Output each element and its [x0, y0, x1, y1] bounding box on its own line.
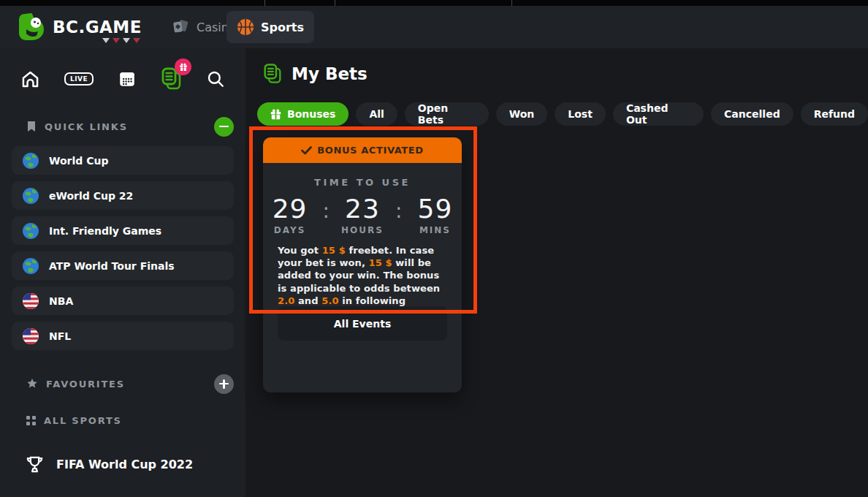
top-navbar: BC.GAME Casino	[0, 6, 868, 48]
quick-link-world-cup[interactable]: World Cup	[12, 146, 234, 175]
hours-value: 23	[341, 195, 384, 223]
calendar-icon[interactable]	[118, 69, 137, 88]
grid-icon	[26, 416, 36, 425]
quick-link-atp-world-tour-finals[interactable]: ATP World Tour Finals	[12, 251, 234, 280]
quick-link-label: Int. Friendly Games	[49, 225, 161, 237]
filter-label: Refund	[814, 108, 855, 120]
time-to-use-label: TIME TO USE	[263, 177, 462, 188]
globe-icon	[22, 187, 39, 205]
filter-lost[interactable]: Lost	[555, 102, 606, 126]
bunting-decoration	[102, 38, 140, 43]
hours-label: HOURS	[341, 225, 384, 235]
gift-icon	[270, 109, 281, 120]
mins-value: 59	[414, 195, 456, 223]
live-badge-label: LIVE	[64, 72, 94, 86]
filter-label: Lost	[568, 108, 593, 120]
all-events-button[interactable]: All Events	[278, 306, 447, 341]
trophy-icon	[25, 455, 45, 474]
brand-logo-icon	[16, 12, 47, 42]
main-content: My Bets Bonuses All Open Bets Won Lost C…	[245, 48, 868, 497]
countdown-hours: 23 HOURS	[341, 195, 384, 235]
all-sports-label: ALL SPORTS	[44, 415, 122, 426]
home-icon[interactable]	[20, 69, 40, 89]
filter-all[interactable]: All	[356, 102, 397, 126]
filter-label: Won	[509, 108, 535, 120]
sidebar-item-fifa-world-cup-2022[interactable]: FIFA World Cup 2022	[0, 452, 245, 477]
quick-link-nfl[interactable]: NFL	[12, 322, 234, 350]
collapse-quick-links-button[interactable]	[214, 117, 234, 137]
brand-name: BC.GAME	[53, 18, 142, 37]
my-bets-icon[interactable]	[161, 67, 182, 91]
globe-icon	[22, 257, 39, 275]
tab-sports[interactable]: Sports	[226, 11, 314, 43]
usa-flag-icon	[22, 292, 39, 310]
filter-won[interactable]: Won	[496, 102, 548, 126]
page-title: My Bets	[292, 64, 368, 83]
filter-cancelled[interactable]: Cancelled	[711, 102, 793, 126]
odds-min: 2.0	[278, 295, 294, 306]
strip-divider	[335, 0, 335, 6]
filter-pills: Bonuses All Open Bets Won Lost Cashed Ou…	[257, 102, 868, 126]
bonus-banner-label: BONUS ACTIVATED	[317, 145, 423, 156]
bookmark-icon	[26, 121, 37, 132]
quick-link-label: ATP World Tour Finals	[49, 260, 175, 272]
filter-refund[interactable]: Refund	[801, 102, 868, 126]
page-title-row: My Bets	[263, 63, 868, 85]
basketball-icon	[237, 18, 254, 36]
quick-link-eworld-cup-22[interactable]: eWorld Cup 22	[12, 181, 234, 210]
checkmark-icon	[301, 146, 312, 155]
sidebar-icon-row: LIVE	[0, 64, 245, 94]
quick-link-nba[interactable]: NBA	[12, 287, 234, 315]
desc-text: You got	[278, 245, 322, 256]
globe-icon	[22, 222, 39, 240]
search-icon[interactable]	[206, 69, 225, 88]
star-icon	[26, 378, 38, 390]
sidebar-item-soccer[interactable]: Soccer	[0, 494, 245, 497]
filter-label: All	[369, 108, 384, 120]
strip-divider	[264, 0, 265, 6]
bonus-activated-banner: BONUS ACTIVATED	[263, 137, 462, 163]
win-amount: 15 $	[369, 257, 392, 268]
filter-cashed-out[interactable]: Cashed Out	[613, 102, 704, 126]
countdown-mins: 59 MINS	[414, 195, 456, 235]
sports-label: Sports	[261, 20, 304, 34]
quick-link-int-friendly-games[interactable]: Int. Friendly Games	[12, 216, 234, 245]
countdown-separator: :	[395, 198, 402, 224]
quick-link-label: NBA	[49, 295, 73, 307]
desc-text: and	[294, 295, 321, 306]
quick-links-header: QUICK LINKS	[0, 115, 245, 137]
days-label: DAYS	[269, 225, 311, 235]
bonus-card: BONUS ACTIVATED TIME TO USE 29 DAYS : 23…	[263, 137, 462, 392]
my-bets-title-icon	[263, 63, 282, 85]
globe-icon	[22, 152, 39, 170]
sidebar: LIVE	[0, 48, 245, 497]
countdown-days: 29 DAYS	[269, 195, 311, 235]
freebet-amount: 15 $	[322, 245, 346, 256]
mins-label: MINS	[414, 225, 456, 235]
quick-link-label: World Cup	[49, 155, 108, 167]
odds-max: 5.0	[321, 295, 338, 306]
filter-bonuses[interactable]: Bonuses	[257, 102, 349, 126]
quick-link-label: NFL	[49, 330, 71, 342]
casino-cards-icon	[171, 18, 190, 37]
add-favourite-button[interactable]	[214, 374, 234, 394]
days-value: 29	[269, 195, 311, 223]
quick-links-list: World Cup eWorld Cup 22 Int. Friendly Ga…	[0, 146, 245, 350]
filter-label: Open Bets	[418, 102, 476, 126]
countdown-separator: :	[323, 198, 330, 224]
app-window: BC.GAME Casino	[0, 0, 868, 497]
filter-open-bets[interactable]: Open Bets	[405, 102, 489, 126]
favourites-header: FAVOURITES	[0, 373, 245, 395]
live-events-icon[interactable]: LIVE	[64, 72, 94, 86]
filter-label: Cashed Out	[626, 102, 690, 126]
quick-link-label: eWorld Cup 22	[49, 190, 133, 202]
browser-strip	[0, 0, 868, 6]
usa-flag-icon	[22, 327, 39, 345]
all-sports-header: ALL SPORTS	[0, 409, 245, 431]
strip-divider	[511, 0, 512, 6]
bonus-countdown: 29 DAYS : 23 HOURS : 59 MINS	[263, 195, 462, 235]
quick-links-label: QUICK LINKS	[45, 121, 128, 132]
filter-label: Bonuses	[287, 108, 335, 120]
brand-logo[interactable]: BC.GAME	[16, 12, 142, 42]
bonus-badge	[175, 58, 191, 75]
